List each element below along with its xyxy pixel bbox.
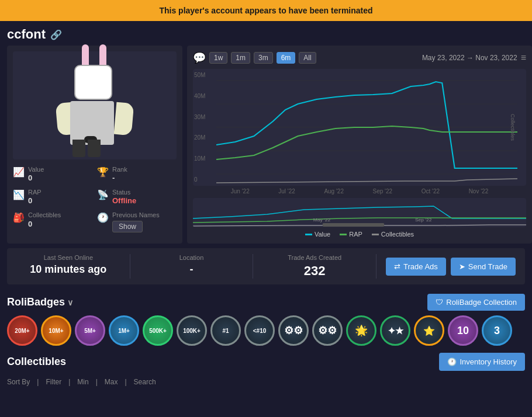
collectibles-title: Collectibles	[7, 356, 66, 368]
badge-special5[interactable]: ⭐	[414, 315, 444, 346]
rolibadges-chevron[interactable]: ∨	[67, 298, 73, 307]
banner-text: This player's account appears to have be…	[159, 6, 372, 15]
collectibles-header: Collectibles 🕐 Inventory History	[7, 353, 525, 371]
rolibadge-collection-label: RoliBadge Collection	[446, 298, 517, 307]
sort-by-label: Sort By	[7, 378, 30, 386]
chart-x-labels: Jun '22 Jul '22 Aug '22 Sep '22 Oct '22 …	[193, 186, 526, 194]
time-btn-1m[interactable]: 1m	[231, 52, 250, 64]
time-btn-1w[interactable]: 1w	[209, 52, 227, 64]
badge-100k[interactable]: 100K+	[177, 315, 207, 346]
inventory-history-button[interactable]: 🕐 Inventory History	[439, 353, 525, 371]
y-label-50m: 50M	[194, 72, 215, 78]
chart-comment-icon: 💬	[193, 51, 206, 64]
x-label-nov22: Nov '22	[469, 188, 489, 194]
y-label-30m: 30M	[194, 114, 215, 120]
sort-separator-1: |	[37, 378, 39, 386]
max-label: Max	[105, 378, 118, 386]
badges-row: 20M+ 10M+ 5M+ 1M+ 500K+ 100K+ #1 <#10 ⚙⚙…	[0, 315, 532, 353]
stat-collectibles: 🎒 Collectibles 0	[13, 211, 92, 232]
badge-500k[interactable]: 500K+	[143, 315, 173, 346]
send-trade-btn-label: Send Trade	[468, 262, 507, 271]
badge-special2[interactable]: ⚙⚙	[312, 315, 343, 346]
chart-svg	[216, 69, 517, 186]
x-label-jul22: Jul '22	[278, 188, 295, 194]
trade-ads-icon: ⇄	[394, 262, 400, 271]
svg-rect-5	[323, 223, 385, 227]
last-seen-section: Last Seen Online 10 minutes ago	[7, 254, 130, 279]
legend-value-dot	[305, 234, 312, 235]
main-content: 📈 Value 0 🏆 Rank - 📉 RAP 0	[0, 46, 532, 244]
rolibadges-header: RoliBadges ∨ 🛡 RoliBadge Collection	[0, 289, 532, 315]
legend-collectibles-label: Collectibles	[381, 231, 414, 238]
rolibadges-title: RoliBadges ∨	[7, 296, 73, 308]
collectibles-number: 0	[28, 220, 61, 230]
rank-label: Rank	[112, 165, 127, 173]
sort-separator-4: |	[125, 378, 126, 386]
legend-value: Value	[305, 231, 330, 238]
last-seen-label: Last Seen Online	[16, 254, 120, 261]
inventory-history-label: Inventory History	[460, 357, 517, 366]
rank-icon: 🏆	[97, 166, 109, 178]
sort-bar: Sort By | Filter | Min | Max | Search	[7, 376, 525, 386]
location-section: Location -	[130, 254, 254, 279]
badge-1m[interactable]: 1M+	[109, 315, 139, 346]
badge-special3[interactable]: 🌟	[346, 315, 376, 346]
legend-value-label: Value	[315, 231, 330, 238]
avatar	[54, 53, 136, 158]
badge-5m[interactable]: 5M+	[75, 315, 105, 346]
profile-link-icon[interactable]: 🔗	[50, 29, 62, 40]
status-icon: 📡	[97, 189, 109, 200]
badge-top10[interactable]: <#10	[244, 315, 275, 346]
chart-right-label: Collectibles	[510, 114, 516, 141]
x-label-jun22: Jun '22	[231, 188, 250, 194]
stat-prev-names: 🕐 Previous Names Show	[97, 211, 177, 232]
collectibles-label: Collectibles	[28, 211, 61, 219]
y-label-40m: 40M	[194, 93, 215, 99]
legend-collectibles: Collectibles	[372, 231, 414, 238]
svg-text:Sep '22: Sep '22	[415, 217, 432, 223]
badge-1st[interactable]: #1	[210, 315, 241, 346]
chart-area: 50M 40M 30M 20M 10M 0 Col	[193, 69, 526, 186]
badge-3num[interactable]: 3	[482, 315, 512, 346]
x-label-aug22: Aug '22	[324, 188, 344, 194]
time-btn-6m[interactable]: 6m	[277, 52, 296, 64]
action-buttons: ⇄ Trade Ads ➤ Send Trade	[376, 254, 525, 279]
chart-menu-icon[interactable]: ≡	[521, 53, 526, 63]
badge-10num[interactable]: 10	[448, 315, 478, 346]
y-label-10m: 10M	[194, 155, 215, 162]
collectibles-icon: 🎒	[13, 212, 25, 223]
trade-ads-value: 232	[262, 263, 367, 279]
time-btn-all[interactable]: All	[299, 52, 316, 64]
legend-rap-dot	[340, 234, 347, 235]
send-trade-button[interactable]: ➤ Send Trade	[451, 258, 516, 276]
x-label-sep22: Sep '22	[373, 188, 393, 194]
search-label: Search	[134, 378, 156, 386]
left-panel: 📈 Value 0 🏆 Rank - 📉 RAP 0	[7, 46, 182, 244]
rolibadge-collection-button[interactable]: 🛡 RoliBadge Collection	[427, 294, 525, 311]
info-bar: Last Seen Online 10 minutes ago Location…	[7, 248, 525, 284]
rap-label: RAP	[28, 188, 42, 196]
badge-special4[interactable]: ✦★	[380, 315, 410, 346]
location-label: Location	[140, 254, 244, 261]
status-label: Status	[112, 188, 136, 196]
x-label-oct22: Oct '22	[422, 188, 440, 194]
badge-10m[interactable]: 10M+	[41, 315, 71, 346]
legend-rap: RAP	[340, 231, 362, 238]
trade-ads-button[interactable]: ⇄ Trade Ads	[386, 258, 446, 276]
stat-status: 📡 Status Offline	[97, 188, 177, 206]
badge-20m[interactable]: 20M+	[7, 315, 37, 346]
avatar-container	[13, 51, 177, 159]
y-label-0: 0	[194, 176, 215, 183]
show-prev-names-button[interactable]: Show	[112, 221, 143, 232]
shield-icon: 🛡	[436, 298, 443, 307]
rap-icon: 📉	[13, 189, 25, 200]
prev-names-label: Previous Names	[112, 211, 160, 219]
username-row: ccfont 🔗	[0, 21, 532, 46]
value-number: 0	[28, 173, 44, 183]
time-btn-3m[interactable]: 3m	[254, 52, 273, 64]
badge-special1[interactable]: ⚙⚙	[278, 315, 309, 346]
rank-number: -	[112, 173, 127, 183]
filter-label: Filter	[46, 378, 61, 386]
last-seen-value: 10 minutes ago	[16, 263, 120, 276]
mini-chart: May '22 Sep '22	[193, 198, 526, 227]
